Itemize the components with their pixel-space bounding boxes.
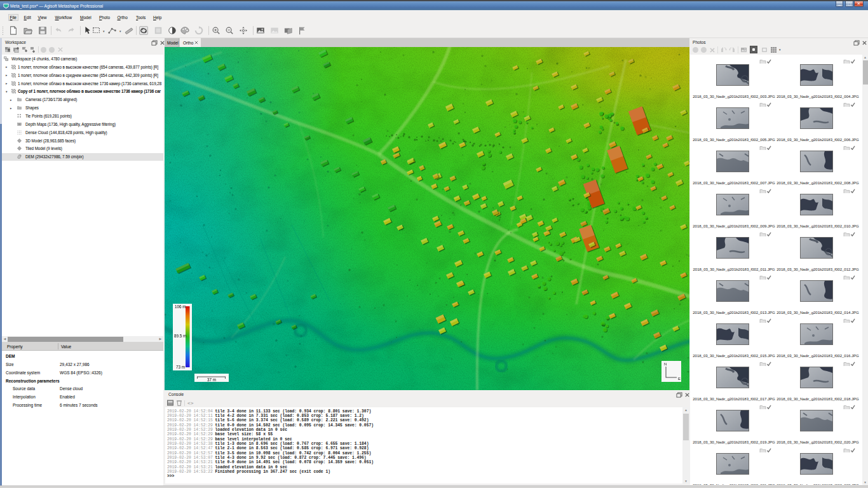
svg-text:E: E [678,377,681,381]
svg-text:37 m: 37 m [207,377,216,382]
svg-text:N: N [664,362,667,366]
svg-text:106 m: 106 m [175,304,186,309]
svg-text:73 m: 73 m [176,365,185,369]
svg-text:89.5 m: 89.5 m [174,334,186,338]
